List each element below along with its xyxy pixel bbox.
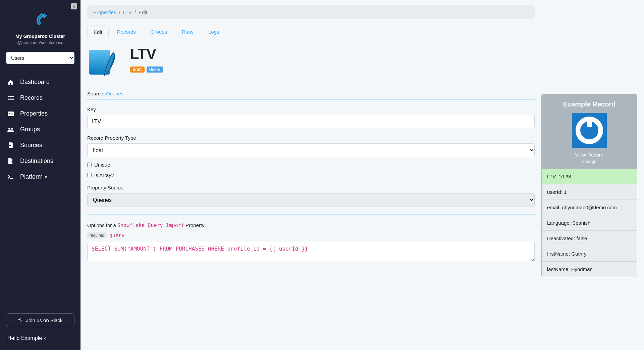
svg-rect-9 bbox=[11, 114, 13, 115]
home-icon bbox=[7, 80, 14, 85]
snowflake-feather-icon bbox=[87, 46, 121, 79]
record-row: LTV: 10.38 bbox=[542, 169, 637, 184]
sidebar-item-sources[interactable]: Sources bbox=[0, 137, 80, 153]
file-export-icon bbox=[7, 158, 14, 164]
source-label: Source: bbox=[87, 91, 105, 96]
breadcrumb-separator: / bbox=[135, 9, 136, 15]
logo bbox=[0, 4, 80, 32]
tab-logs[interactable]: Logs bbox=[202, 25, 226, 38]
hello-user-link[interactable]: Hello Example » bbox=[0, 327, 80, 346]
divider bbox=[87, 99, 535, 100]
users-icon bbox=[7, 127, 14, 132]
file-import-icon bbox=[7, 142, 14, 148]
record-row: firstName: Guthry bbox=[542, 246, 637, 261]
tab-groups[interactable]: Groups bbox=[144, 25, 173, 38]
tab-runs[interactable]: Runs bbox=[175, 25, 200, 38]
cluster-subtitle: @grouparoo/ui-enterprise bbox=[0, 40, 80, 45]
record-row: lastName: Hyndman bbox=[542, 261, 637, 277]
example-record-panel: Example Record View Record change LTV: 1… bbox=[541, 94, 637, 343]
source-app-icon bbox=[87, 46, 121, 79]
change-record-link[interactable]: change bbox=[545, 159, 634, 164]
sidebar-collapse-button[interactable] bbox=[71, 3, 77, 9]
svg-point-7 bbox=[9, 113, 10, 114]
breadcrumb-separator: / bbox=[119, 9, 120, 15]
view-record-link[interactable]: View Record bbox=[545, 152, 634, 158]
svg-point-10 bbox=[8, 128, 10, 130]
example-record-title: Example Record bbox=[545, 100, 634, 108]
svg-rect-8 bbox=[11, 113, 13, 114]
slack-button-label: Join us on Slack bbox=[26, 317, 62, 323]
main-content: Properties / LTV / Edit Edit Records Gro… bbox=[80, 0, 644, 350]
breadcrumb: Properties / LTV / Edit bbox=[87, 5, 535, 19]
users-badge: Users bbox=[147, 67, 163, 73]
key-input[interactable] bbox=[87, 115, 535, 128]
isarray-label: Is Array? bbox=[94, 172, 114, 178]
svg-rect-16 bbox=[20, 318, 21, 319]
svg-rect-14 bbox=[21, 320, 22, 320]
sidebar-item-destinations[interactable]: Destinations bbox=[0, 153, 80, 169]
svg-rect-15 bbox=[20, 320, 20, 322]
list-icon bbox=[7, 96, 14, 100]
gravatar-icon bbox=[572, 113, 607, 148]
type-select[interactable]: float bbox=[87, 143, 535, 157]
unique-checkbox[interactable] bbox=[87, 163, 92, 167]
svg-rect-12 bbox=[10, 178, 13, 179]
svg-rect-20 bbox=[587, 118, 592, 127]
options-heading: Options for a Snowflake Query Import Pro… bbox=[87, 222, 535, 228]
query-label: query bbox=[109, 232, 124, 238]
breadcrumb-properties[interactable]: Properties bbox=[93, 9, 116, 15]
svg-rect-5 bbox=[9, 99, 14, 100]
tab-records[interactable]: Records bbox=[111, 25, 142, 38]
isarray-checkbox[interactable] bbox=[87, 173, 92, 177]
key-label: Key bbox=[87, 106, 535, 112]
tab-edit[interactable]: Edit bbox=[87, 26, 109, 38]
slack-icon bbox=[18, 317, 23, 323]
svg-rect-4 bbox=[8, 99, 9, 100]
options-suffix: Property bbox=[184, 222, 205, 228]
record-row: email: ghyndman0@demo.com bbox=[542, 200, 637, 215]
record-row: Deactivated: false bbox=[542, 230, 637, 246]
svg-rect-3 bbox=[9, 98, 14, 98]
propsource-label: Property Source bbox=[87, 185, 535, 190]
page-title: LTV bbox=[130, 46, 163, 62]
join-slack-button[interactable]: Join us on Slack bbox=[6, 313, 74, 327]
record-row: userId: 1 bbox=[542, 184, 637, 200]
sidebar-item-label: Groups bbox=[20, 126, 40, 133]
options-prefix: Options for a bbox=[87, 222, 117, 228]
sidebar-item-properties[interactable]: Properties bbox=[0, 106, 80, 122]
type-label: Record Property Type bbox=[87, 135, 535, 141]
sidebar-item-records[interactable]: Records bbox=[0, 90, 80, 106]
options-code: Snowflake Query Import bbox=[117, 222, 184, 228]
unique-label: Unique bbox=[94, 162, 110, 168]
query-textarea[interactable] bbox=[87, 242, 535, 262]
sidebar-item-platform[interactable]: Platform » bbox=[0, 169, 80, 185]
svg-rect-2 bbox=[8, 98, 9, 98]
sidebar-item-label: Records bbox=[20, 94, 43, 101]
svg-rect-1 bbox=[9, 96, 14, 97]
svg-rect-0 bbox=[8, 96, 9, 97]
sidebar-item-label: Dashboard bbox=[20, 79, 50, 86]
breadcrumb-ltv[interactable]: LTV bbox=[123, 9, 132, 15]
sidebar-item-groups[interactable]: Groups bbox=[0, 122, 80, 137]
required-badge: required bbox=[87, 232, 107, 238]
sidebar-item-label: Platform » bbox=[20, 173, 48, 180]
draft-badge: draft bbox=[130, 67, 145, 73]
cluster-name: My Grouparoo Cluster bbox=[0, 34, 80, 39]
propsource-select[interactable]: Queries bbox=[87, 193, 535, 207]
source-link[interactable]: Queries bbox=[106, 91, 124, 96]
breadcrumb-current: Edit bbox=[139, 9, 147, 15]
svg-point-11 bbox=[11, 128, 13, 130]
sidebar-item-label: Sources bbox=[20, 142, 42, 149]
model-select[interactable]: Users bbox=[6, 52, 74, 64]
record-row: Language: Spanish bbox=[542, 215, 637, 230]
tabs: Edit Records Groups Runs Logs bbox=[87, 25, 535, 38]
divider bbox=[87, 214, 535, 215]
sidebar-item-dashboard[interactable]: Dashboard bbox=[0, 74, 80, 90]
sidebar-nav: Dashboard Records Properties Groups Sour… bbox=[0, 74, 80, 185]
sidebar: My Grouparoo Cluster @grouparoo/ui-enter… bbox=[0, 0, 80, 350]
avatar bbox=[572, 113, 607, 148]
chevron-left-icon bbox=[73, 5, 75, 8]
id-card-icon bbox=[7, 112, 14, 116]
terminal-icon bbox=[7, 175, 14, 179]
svg-rect-13 bbox=[18, 319, 20, 320]
